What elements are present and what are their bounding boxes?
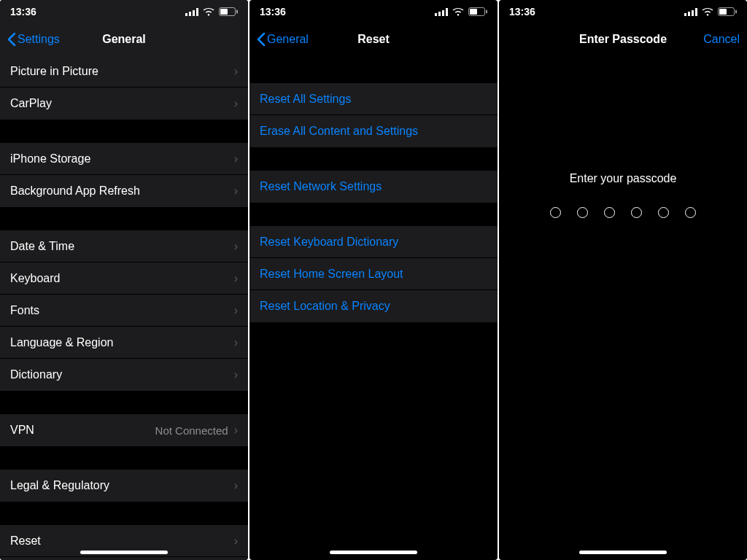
- passcode-prompt: Enter your passcode: [499, 172, 747, 185]
- row-erase-all-content[interactable]: Erase All Content and Settings: [249, 115, 498, 147]
- row-legal-regulatory[interactable]: Legal & Regulatory ›: [0, 470, 248, 502]
- svg-rect-10: [446, 8, 448, 16]
- chevron-right-icon: ›: [234, 97, 238, 110]
- general-list[interactable]: Picture in Picture › CarPlay › iPhone St…: [0, 55, 248, 560]
- svg-rect-12: [470, 9, 477, 15]
- row-label: Fonts: [10, 304, 234, 317]
- chevron-right-icon: ›: [234, 240, 238, 253]
- home-indicator[interactable]: [330, 551, 417, 554]
- passcode-content: Enter your passcode: [499, 55, 747, 560]
- passcode-dots[interactable]: [499, 207, 747, 218]
- row-label: iPhone Storage: [10, 152, 234, 166]
- passcode-dot: [577, 207, 588, 218]
- svg-rect-7: [435, 13, 437, 16]
- row-date-time[interactable]: Date & Time ›: [0, 230, 248, 262]
- status-icons: [684, 7, 737, 16]
- nav-bar: Settings General: [0, 23, 248, 55]
- cellular-icon: [684, 8, 697, 16]
- svg-rect-17: [695, 8, 697, 16]
- row-label: Dictionary: [10, 368, 234, 381]
- row-vpn[interactable]: VPN Not Connected ›: [0, 414, 248, 446]
- row-label: Reset Location & Privacy: [260, 300, 487, 313]
- row-label: Language & Region: [10, 336, 234, 349]
- svg-rect-16: [692, 10, 694, 16]
- svg-rect-5: [220, 9, 228, 15]
- status-time: 13:36: [10, 6, 36, 18]
- chevron-right-icon: ›: [234, 534, 238, 548]
- cellular-icon: [435, 8, 448, 16]
- chevron-right-icon: ›: [234, 479, 238, 492]
- row-reset-all-settings[interactable]: Reset All Settings: [249, 83, 498, 115]
- row-label: Reset Network Settings: [260, 180, 487, 193]
- wifi-icon: [452, 7, 464, 16]
- back-button[interactable]: Settings: [7, 32, 60, 47]
- row-fonts[interactable]: Fonts ›: [0, 295, 248, 327]
- row-language-region[interactable]: Language & Region ›: [0, 327, 248, 359]
- home-indicator[interactable]: [579, 551, 667, 554]
- row-dictionary[interactable]: Dictionary ›: [0, 359, 248, 391]
- row-label: Picture in Picture: [10, 65, 234, 78]
- svg-rect-9: [442, 10, 444, 16]
- row-reset-keyboard-dictionary[interactable]: Reset Keyboard Dictionary: [249, 226, 498, 258]
- cellular-icon: [185, 8, 198, 16]
- svg-rect-19: [719, 9, 727, 15]
- row-shut-down[interactable]: Shut Down: [0, 557, 248, 560]
- wifi-icon: [702, 7, 713, 16]
- row-label: Reset Home Screen Layout: [260, 268, 487, 281]
- nav-bar: Enter Passcode Cancel: [499, 23, 747, 55]
- chevron-right-icon: ›: [234, 304, 238, 317]
- passcode-dot: [685, 207, 696, 218]
- passcode-dot: [604, 207, 615, 218]
- svg-rect-20: [735, 10, 737, 14]
- passcode-dot: [550, 207, 561, 218]
- status-icons: [185, 7, 238, 16]
- status-bar: 13:36: [499, 0, 747, 23]
- chevron-left-icon: [257, 32, 266, 47]
- chevron-right-icon: ›: [234, 152, 238, 166]
- back-button[interactable]: General: [257, 32, 309, 47]
- svg-rect-6: [236, 10, 238, 14]
- row-reset-home-screen-layout[interactable]: Reset Home Screen Layout: [249, 258, 498, 290]
- back-label: General: [267, 33, 309, 46]
- screen-passcode: 13:36 Enter Passcode Cancel Enter your p…: [499, 0, 747, 560]
- home-indicator[interactable]: [80, 551, 168, 554]
- row-label: Background App Refresh: [10, 184, 234, 198]
- row-label: Keyboard: [10, 272, 234, 285]
- chevron-right-icon: ›: [234, 424, 238, 437]
- row-picture-in-picture[interactable]: Picture in Picture ›: [0, 55, 248, 88]
- screen-general: 13:36 Settings General Picture in Pictur…: [0, 0, 248, 560]
- row-label: Legal & Regulatory: [10, 479, 234, 492]
- cancel-button[interactable]: Cancel: [703, 33, 740, 46]
- battery-icon: [468, 7, 487, 16]
- back-label: Settings: [18, 33, 60, 46]
- row-label: Reset Keyboard Dictionary: [260, 236, 487, 249]
- chevron-left-icon: [7, 32, 16, 47]
- row-reset-network-settings[interactable]: Reset Network Settings: [249, 171, 498, 203]
- chevron-right-icon: ›: [234, 65, 238, 78]
- status-time: 13:36: [260, 6, 286, 18]
- row-label: Erase All Content and Settings: [260, 125, 487, 138]
- row-background-app-refresh[interactable]: Background App Refresh ›: [0, 175, 248, 207]
- svg-rect-15: [688, 12, 690, 16]
- row-keyboard[interactable]: Keyboard ›: [0, 262, 248, 295]
- row-value: Not Connected: [155, 424, 228, 437]
- row-label: Date & Time: [10, 240, 234, 253]
- status-time: 13:36: [509, 6, 535, 18]
- svg-rect-0: [185, 13, 187, 16]
- row-label: VPN: [10, 424, 155, 437]
- reset-list[interactable]: Reset All Settings Erase All Content and…: [249, 55, 498, 560]
- status-icons: [435, 7, 487, 16]
- screen-reset: 13:36 General Reset Reset All Settings E…: [249, 0, 498, 560]
- chevron-right-icon: ›: [234, 368, 238, 381]
- row-iphone-storage[interactable]: iPhone Storage ›: [0, 143, 248, 175]
- status-bar: 13:36: [0, 0, 248, 23]
- battery-icon: [219, 7, 238, 16]
- row-reset-location-privacy[interactable]: Reset Location & Privacy: [249, 290, 498, 322]
- battery-icon: [718, 7, 737, 16]
- chevron-right-icon: ›: [234, 336, 238, 349]
- svg-rect-3: [196, 8, 198, 16]
- row-carplay[interactable]: CarPlay ›: [0, 88, 248, 120]
- svg-rect-8: [438, 12, 441, 16]
- nav-bar: General Reset: [249, 23, 498, 55]
- svg-rect-13: [486, 10, 487, 14]
